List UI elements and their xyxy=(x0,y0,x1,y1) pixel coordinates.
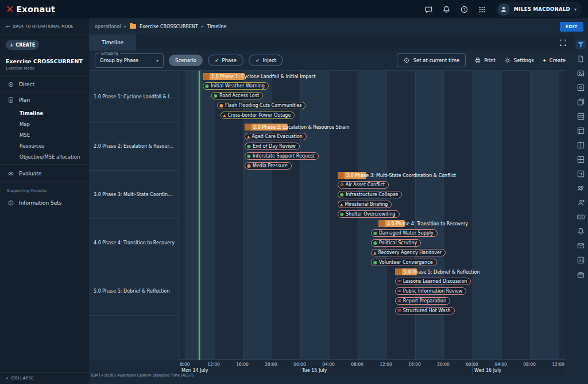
status-icon xyxy=(219,103,223,108)
breadcrumb-exercise[interactable]: Exercise CROSSCURRENT xyxy=(140,24,198,29)
logo-text: Exonaut xyxy=(16,5,55,14)
axis-tick: 04:00 xyxy=(494,362,507,367)
users-icon[interactable] xyxy=(576,183,586,193)
inject-chip[interactable]: Volunteer Convergence xyxy=(371,259,437,266)
phase-bar[interactable]: 5.0 Phase 5: Debrief & Reflection xyxy=(395,268,417,275)
sidebar-item-evaluate[interactable]: Evaluate xyxy=(0,166,89,182)
inject-chip[interactable]: Damaged Water Supply xyxy=(371,229,438,237)
chevron-right-icon: ▸ xyxy=(125,24,127,29)
plan-icon xyxy=(7,97,14,103)
timezone-note: (GMT+10:00) Australian Eastern Standard … xyxy=(91,373,194,378)
help-icon[interactable]: ? xyxy=(460,5,469,14)
inject-chip[interactable]: Public Information Review xyxy=(395,287,466,295)
inject-chip[interactable]: Aged Care Evacuation xyxy=(245,133,307,140)
inject-chip[interactable]: Initial Weather Warning xyxy=(203,82,269,90)
phase-bar-label: 5.0 Phase 5: Debrief & Reflection xyxy=(404,270,480,275)
collapse-sidebar-button[interactable]: « COLLAPSE xyxy=(0,372,89,384)
sidebar-item-resources[interactable]: Resources xyxy=(0,140,89,151)
bell-icon[interactable] xyxy=(576,226,586,236)
sidebar-item-direct[interactable]: Direct xyxy=(0,77,89,93)
phase-bar[interactable]: 3.0 Phase 3: Multi-State Coordination & … xyxy=(338,172,366,179)
edit-button[interactable]: EDIT xyxy=(560,22,583,32)
inject-chip[interactable]: Structured Hot Wash xyxy=(395,307,455,314)
inject-chip[interactable]: Lessons Learned Discussion xyxy=(395,278,471,285)
notifications-icon[interactable] xyxy=(442,5,451,14)
inject-chip[interactable]: Road Access Lost xyxy=(211,92,263,99)
panel-columns-icon[interactable] xyxy=(576,140,586,149)
mail-icon[interactable] xyxy=(576,241,586,250)
phase-bar[interactable]: 2.0 Phase 2: Escalation & Resource Strai… xyxy=(245,124,288,130)
panel-list-icon[interactable] xyxy=(576,112,586,121)
sidebar-item-objective-mse-allocation[interactable]: Objective/MSE allocation xyxy=(0,151,89,162)
settings-button[interactable]: Settings xyxy=(504,57,534,64)
sidebar-item-timeline[interactable]: Timeline xyxy=(0,107,89,118)
breadcrumb-root[interactable]: operational xyxy=(95,24,121,29)
apps-grid-icon[interactable] xyxy=(478,5,487,14)
sidebar-item-information-sets[interactable]: Information Sets xyxy=(0,195,89,210)
axis-tick: 16:00 xyxy=(408,362,421,367)
sidebar-item-mse[interactable]: MSE xyxy=(0,129,89,140)
phase-bar[interactable]: 4.0 Phase 4: Transition to Recovery xyxy=(378,220,405,227)
inject-chip[interactable]: Ministerial Briefing xyxy=(338,201,392,208)
inject-chip[interactable]: Cross-border Power Outage xyxy=(220,112,295,119)
filter-chip-scenario[interactable]: Scenario xyxy=(169,55,203,66)
chat-icon[interactable] xyxy=(424,5,434,14)
back-to-operational-button[interactable]: ← BACK TO OPERATIONAL MODE xyxy=(0,18,89,34)
set-at-current-time-button[interactable]: Set at current time xyxy=(397,53,466,67)
panel-grid-icon[interactable] xyxy=(576,155,586,164)
panel-export-icon[interactable] xyxy=(576,169,586,178)
grouping-select[interactable]: Grouping Group by Phase ▾ xyxy=(95,53,164,68)
document-icon[interactable] xyxy=(576,54,586,63)
inject-chip[interactable]: Interstate Support Request xyxy=(245,152,319,160)
inject-chip[interactable]: Recovery Agency Handover xyxy=(371,249,446,256)
printer-icon xyxy=(474,57,481,64)
fullscreen-icon[interactable] xyxy=(558,38,567,47)
status-icon xyxy=(247,144,251,149)
timeline-chart[interactable]: 1.0 Phase 1: Cyclone Landfall & Initial … xyxy=(178,71,566,360)
html-icon[interactable]: HTML xyxy=(576,212,586,221)
check-icon: ✓ xyxy=(256,57,260,63)
create-button[interactable]: + CREATE xyxy=(6,40,39,50)
inject-chip[interactable]: Report Preparation xyxy=(395,297,450,305)
panel-rows-icon[interactable] xyxy=(576,126,586,135)
sidebar-item-map[interactable]: Map xyxy=(0,118,89,129)
exercise-title: Exercise CROSSCURRENT xyxy=(0,52,89,64)
axis-day-label: Wed 16 July xyxy=(474,368,501,373)
warning-icon xyxy=(223,113,226,118)
inject-chip[interactable]: Infrastructure Collapse xyxy=(338,191,402,198)
inject-chip[interactable]: Media Pressure xyxy=(245,162,292,170)
user-group-icon[interactable] xyxy=(576,198,586,207)
chart-icon[interactable] xyxy=(576,255,586,264)
toolbox-icon[interactable] xyxy=(576,270,586,279)
print-button[interactable]: Print xyxy=(474,57,496,64)
app-logo[interactable]: ✕ Exonaut xyxy=(6,5,55,14)
frame-icon[interactable] xyxy=(576,83,586,92)
svg-text:HTML: HTML xyxy=(578,216,584,218)
filter-icon[interactable] xyxy=(576,40,586,49)
filter-chip-inject[interactable]: ✓ Inject xyxy=(249,55,283,66)
inject-chip[interactable]: Air Asset Conflict xyxy=(338,181,389,189)
sidebar-item-plan[interactable]: Plan xyxy=(0,93,89,107)
create-button-toolbar[interactable]: + Create xyxy=(543,57,566,63)
chevron-right-icon: ▸ xyxy=(202,24,204,29)
user-menu[interactable]: MILES MACDONALD ▾ xyxy=(496,2,582,17)
time-axis: 8:00 12:00 16:00 20:00 00:00 04:00 08:00… xyxy=(178,359,566,375)
phase-bar-icon xyxy=(203,73,210,80)
gallery-icon[interactable] xyxy=(576,97,586,106)
mail-icon xyxy=(397,279,401,284)
tab-timeline[interactable]: Timeline xyxy=(89,34,136,51)
timeline-group-label: 4.0 Phase 4: Transition to Recovery xyxy=(89,218,178,267)
filter-chip-phase[interactable]: ✓ Phase xyxy=(208,55,243,66)
mail-icon xyxy=(397,309,401,313)
image-icon[interactable] xyxy=(576,68,586,78)
phase-bar-label: 2.0 Phase 2: Escalation & Resource Strai… xyxy=(253,125,349,130)
inject-chip[interactable]: End of Day Review xyxy=(245,143,300,150)
phase-bar[interactable]: 1.0 Phase 1: Cyclone Landfall & Initial … xyxy=(203,73,245,80)
inject-chip[interactable]: Political Scrutiny xyxy=(371,239,421,247)
warning-icon xyxy=(247,135,250,139)
breadcrumb: operational ▸ Exercise CROSSCURRENT ▸ Ti… xyxy=(89,18,588,34)
inject-chip[interactable]: Flash Flooding Cuts Communities xyxy=(217,102,305,109)
inject-chip[interactable]: Shelter Overcrowding xyxy=(338,210,400,218)
top-bar: ✕ Exonaut ? MILES MACDONALD ▾ xyxy=(0,0,588,18)
plus-icon: + xyxy=(543,57,547,63)
